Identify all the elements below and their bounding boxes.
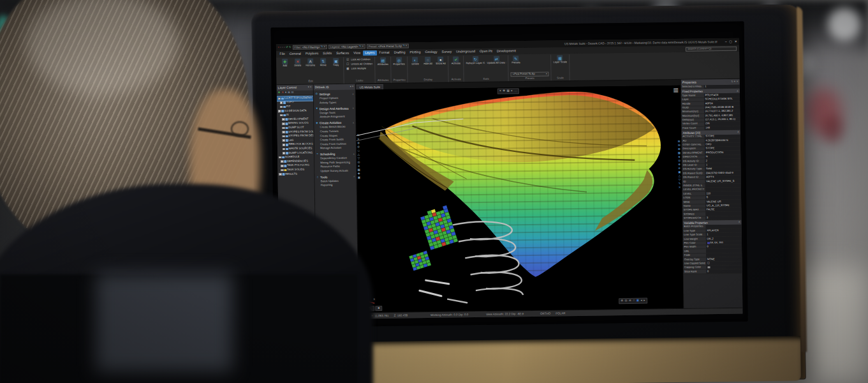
layer-toolbar-icon[interactable]: ⊟ [291,91,294,94]
viewport-3d[interactable]: ▾✚▦▸… ▦ ✎✕⊕⊖◇△▽◎≡▦✚▣ ⊞⊟⊠▦◈◎⊕⊖▣△▽✎✕ ⊕◎⊖○▣… [356,86,684,313]
layer-checkbox[interactable] [280,101,283,104]
layer-tree-item[interactable]: RESULTS [277,172,314,176]
panel-link[interactable]: Reporting [315,183,357,188]
ribbon-button[interactable]: ▩ Lock Multiple [346,66,366,70]
viewport-tool-icon[interactable]: △ [679,175,681,178]
viewport-tool-icon[interactable]: ✕ [357,138,360,141]
viewport-tool-icon[interactable]: ✚ [358,172,360,176]
filter-combo[interactable]: Filter:<No Filtering>✎▾ [292,45,327,50]
panel-link[interactable]: Activity Types [314,101,355,105]
model-tab[interactable]: MODEL [360,306,374,311]
layer-checkbox[interactable] [282,123,284,125]
ribbon-button[interactable]: A Rename [305,58,316,67]
collapse-icon[interactable]: ∧ [353,107,355,110]
preset-combo-qat[interactable]: Preset:<Pick Preset To Ap✎▾ [367,43,409,49]
layer-toolbar-icon[interactable]: ✕ [281,91,284,94]
ribbon-tab[interactable]: View [351,50,363,56]
quick-access-icon[interactable]: ▪ [278,46,279,49]
search-input[interactable]: Search (Control+Q) [686,46,737,51]
view-tool-icon[interactable]: ▸ [511,89,512,93]
ribbon-tab[interactable]: Solids [321,51,334,56]
viewport-tool-icon[interactable]: ◎ [357,161,360,164]
zoom-tool-icon[interactable]: ○ [633,299,635,303]
ribbon-button[interactable]: ◎ Properties [393,57,405,66]
ribbon-tab[interactable]: General [287,52,303,57]
viewport-tool-icon[interactable]: ▦ [678,152,680,155]
zoom-tool-icon[interactable]: ◂ [641,299,642,303]
collapse-icon[interactable]: ∧ [353,176,355,178]
legend-combo[interactable]: Legend:<No Legend>✎▾ [328,44,365,49]
layer-checkbox[interactable] [278,110,281,112]
ribbon-button[interactable]: ⇄ Update All Data Sources [487,56,506,64]
ribbon-tab[interactable]: Underground [454,49,478,54]
layer-checkbox[interactable] [283,127,285,130]
view-cube-icon[interactable]: ▦ [673,87,679,93]
viewport-tool-icon[interactable]: ✎ [679,183,681,186]
ribbon-tab[interactable]: Survey [439,50,454,55]
layer-checkbox[interactable] [281,169,283,172]
new-view-tab-button[interactable]: ✚ [375,306,383,311]
ribbon-button[interactable]: ▣ Copy [330,58,341,67]
edit-filter-icon[interactable]: ✎ [321,45,323,49]
viewport-tool-icon[interactable]: ⊞ [678,140,680,144]
ribbon-button[interactable]: ▦ Layer Scale [553,55,567,64]
collapse-icon[interactable]: ∧ [737,89,739,92]
layer-checkbox[interactable] [282,118,284,121]
ribbon-tab[interactable]: Polylines [303,51,320,56]
status-mode-toggle[interactable]: POLAR [555,312,565,315]
panel-link[interactable]: Manage Activities [314,146,356,151]
panel-header-icon[interactable]: ↻ [731,80,733,83]
layer-checkbox[interactable] [280,106,283,109]
ribbon-tab[interactable]: Drafting [392,50,408,56]
snap-icon[interactable]: ⊕ [295,301,297,303]
zoom-tool-icon[interactable]: ◎ [625,299,628,303]
viewport-tool-icon[interactable]: ⊖ [678,167,680,170]
layer-checkbox[interactable] [281,165,283,167]
minimize-button[interactable]: – [725,40,727,44]
layer-checkbox[interactable] [283,152,285,154]
ribbon-button[interactable]: ◐ Isolate [409,57,420,66]
view-tool-icon[interactable]: ▾ [499,90,501,93]
status-mode-toggle[interactable]: ORTHO [540,312,550,315]
maximize-button[interactable]: ▢ [729,40,732,44]
panel-link[interactable]: Attribute Assignment [314,115,355,119]
quick-access-icon[interactable]: ↻ [289,46,291,49]
panel-header-icon[interactable]: ▾ [734,80,735,83]
layer-checkbox[interactable] [283,144,285,146]
viewport-tool-icon[interactable]: ⊕ [678,163,680,167]
layer-checkbox[interactable] [283,139,285,142]
viewport-tool-icon[interactable]: ▽ [679,179,681,182]
layer-toolbar-icon[interactable]: ✚ [278,91,281,94]
quick-access-icon[interactable]: ▫ [284,46,285,49]
snap-icon[interactable]: △ [308,301,310,303]
zoom-tool-icon[interactable]: ⊖ [629,299,631,303]
ribbon-button[interactable]: ● Show All [435,57,446,66]
snap-icon[interactable]: ✕ [304,301,306,303]
panel-header-icon[interactable]: ▾ [308,86,309,89]
viewport-tool-icon[interactable]: ◇ [357,149,360,153]
viewport-tool-icon[interactable]: ▽ [358,157,360,160]
quick-access-icon[interactable]: ▫ [280,46,281,49]
edit-preset-icon[interactable]: ✎ [402,45,404,48]
quick-access-icon[interactable]: ▫ [282,46,283,49]
ribbon-tab[interactable]: Plotting [408,50,423,55]
edit-legend-icon[interactable]: ✎ [359,45,361,49]
collapse-icon[interactable]: ∧ [737,131,739,133]
view-tool-icon[interactable]: ✚ [503,89,505,93]
viewport-tool-icon[interactable]: ⊟ [678,144,680,147]
viewport-tool-icon[interactable]: ⊕ [357,142,360,145]
viewport-tool-icon[interactable]: ▣ [358,176,360,179]
snap-icon[interactable]: ⌖ [283,301,285,303]
layer-checkbox[interactable] [283,148,285,151]
ribbon-button[interactable]: ▤ Attributes [378,57,388,66]
snap-icon[interactable]: ✚ [286,301,289,303]
collapse-icon[interactable]: ∧ [739,221,740,223]
quick-access-icon[interactable]: ↺ [286,46,288,49]
layer-checkbox[interactable] [281,160,283,163]
snap-icon[interactable]: ▢ [299,301,302,303]
close-button[interactable]: ✕ [735,40,737,43]
viewport-tool-icon[interactable]: ✕ [679,186,681,190]
viewport-tool-icon[interactable]: ◎ [678,160,680,163]
viewport-tool-icon[interactable]: ≡ [358,165,360,168]
ribbon-tab[interactable]: Geology [423,50,439,55]
